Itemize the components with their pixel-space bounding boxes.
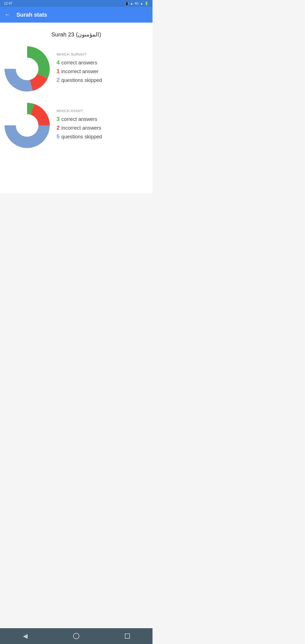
back-button[interactable]: ← [5, 11, 11, 18]
main-content: Surah 23 (المؤمنون) WHICH SURAH? 4 corre… [0, 23, 152, 193]
battery-icon: 🔋 [145, 2, 149, 5]
vibrate-icon: 📳 [125, 2, 129, 5]
status-bar: 12:47 📳 ▲ 4G ▲ 🔋 [0, 0, 152, 7]
signal-bars: ▲ [140, 2, 143, 5]
status-time: 12:47 [4, 1, 12, 5]
surah-correct-label: correct answers [61, 60, 97, 66]
surah-incorrect-line: 1 incorrect answer [56, 68, 148, 75]
surah-skipped-line: 2 questions skipped [56, 77, 148, 83]
surah-incorrect-label: incorrect answer [61, 69, 99, 75]
ayah-correct-line: 3 correct answers [56, 116, 148, 122]
ayah-skipped-label: questions skipped [61, 134, 102, 140]
surah-incorrect-count: 1 [56, 68, 60, 75]
svg-point-3 [16, 58, 38, 80]
surah-skipped-label: questions skipped [61, 77, 102, 83]
signal-4g: 4G [134, 2, 139, 5]
svg-point-7 [16, 115, 38, 136]
surah-title: Surah 23 (المؤمنون) [5, 28, 148, 38]
ayah-correct-count: 3 [56, 116, 60, 122]
ayah-incorrect-label: incorrect answers [61, 125, 101, 131]
app-bar-title: Surah stats [16, 12, 47, 18]
wifi-icon: ▲ [130, 2, 133, 5]
app-bar: ← Surah stats [0, 7, 152, 23]
surah-skipped-count: 2 [56, 77, 60, 83]
surah-stat-card: WHICH SURAH? 4 correct answers 1 incorre… [5, 46, 148, 92]
surah-correct-count: 4 [56, 59, 60, 66]
ayah-stat-info: WHICH AYAH? 3 correct answers 2 incorrec… [56, 109, 148, 142]
status-icons: 📳 ▲ 4G ▲ 🔋 [125, 2, 149, 5]
ayah-incorrect-count: 2 [56, 125, 60, 131]
ayah-skipped-line: 5 questions skipped [56, 133, 148, 140]
surah-stat-info: WHICH SURAH? 4 correct answers 1 incorre… [56, 52, 148, 86]
surah-correct-line: 4 correct answers [56, 59, 148, 66]
ayah-stat-card: WHICH AYAH? 3 correct answers 2 incorrec… [5, 103, 148, 148]
ayah-skipped-count: 5 [56, 133, 60, 140]
surah-category-label: WHICH SURAH? [56, 52, 148, 56]
ayah-category-label: WHICH AYAH? [56, 109, 148, 113]
ayah-correct-label: correct answers [61, 116, 97, 122]
surah-donut-chart [5, 46, 50, 92]
ayah-incorrect-line: 2 incorrect answers [56, 125, 148, 131]
ayah-donut-chart [5, 103, 50, 148]
